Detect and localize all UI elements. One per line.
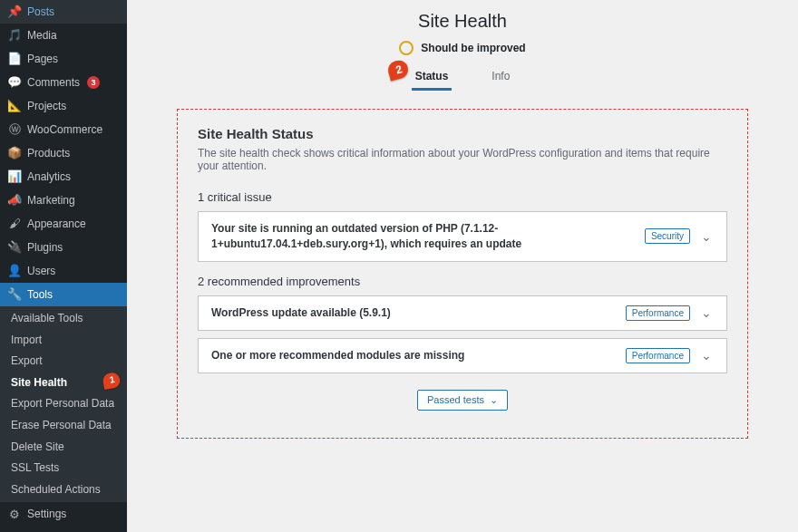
sidebar-label: Comments bbox=[27, 76, 80, 89]
plugins-icon: 🔌 bbox=[7, 240, 22, 255]
sidebar-label: Appearance bbox=[27, 218, 86, 230]
sidebar-label: Users bbox=[27, 265, 55, 277]
submenu-ssl-tests[interactable]: SSL Tests bbox=[0, 458, 127, 479]
media-icon: 🎵 bbox=[7, 28, 22, 43]
sidebar-label: Settings bbox=[27, 508, 66, 520]
submenu-delete-site[interactable]: Delete Site bbox=[0, 437, 127, 459]
sidebar-item-media[interactable]: 🎵 Media bbox=[0, 24, 127, 47]
page-title: Site Health bbox=[127, 0, 798, 37]
pin-icon: 📌 bbox=[7, 5, 22, 19]
comment-icon: 💬 bbox=[7, 75, 22, 90]
sidebar-item-comments[interactable]: 💬 Comments 3 bbox=[0, 71, 127, 94]
sidebar-item-products[interactable]: 📦 Products bbox=[0, 141, 127, 165]
sidebar-item-users[interactable]: 👤 Users bbox=[0, 259, 127, 283]
status-circle-icon bbox=[399, 41, 414, 55]
sidebar-item-woocommerce[interactable]: ⓦ WooCommerce bbox=[0, 118, 127, 141]
sidebar-item-plugins[interactable]: 🔌 Plugins bbox=[0, 236, 127, 259]
sidebar-label: Tools bbox=[27, 288, 53, 301]
users-icon: 👤 bbox=[7, 264, 22, 278]
issue-card-php[interactable]: Your site is running an outdated version… bbox=[198, 211, 727, 262]
submenu-import[interactable]: Import bbox=[0, 330, 127, 352]
issue-card-modules[interactable]: One or more recommended modules are miss… bbox=[198, 338, 727, 373]
critical-issues-title: 1 critical issue bbox=[198, 190, 727, 204]
sidebar-label: Pages bbox=[27, 53, 58, 65]
submenu-available-tools[interactable]: Available Tools bbox=[0, 308, 127, 330]
recommended-issues-title: 2 recommended improvements bbox=[198, 275, 727, 288]
health-tabs: 2 Status Info bbox=[127, 64, 798, 91]
health-status-indicator: Should be improved bbox=[127, 37, 798, 64]
site-health-status-box: Site Health Status The site health check… bbox=[177, 109, 748, 439]
analytics-icon: 📊 bbox=[7, 169, 22, 184]
submenu-erase-personal-data[interactable]: Erase Personal Data bbox=[0, 415, 127, 437]
status-text: Should be improved bbox=[421, 42, 525, 54]
issue-title: WordPress update available (5.9.1) bbox=[211, 305, 617, 321]
status-desc: The site health check shows critical inf… bbox=[198, 147, 727, 172]
marketing-icon: 📣 bbox=[7, 193, 22, 208]
submenu-site-health[interactable]: Site Health 1 bbox=[0, 372, 127, 394]
comments-count-badge: 3 bbox=[87, 76, 100, 89]
tab-info[interactable]: Info bbox=[488, 64, 513, 91]
sidebar-label: WooCommerce bbox=[27, 123, 102, 136]
chevron-down-icon[interactable]: ⌄ bbox=[699, 305, 714, 320]
submenu-export-personal-data[interactable]: Export Personal Data bbox=[0, 393, 127, 415]
sidebar-label: Analytics bbox=[27, 170, 71, 183]
sidebar-item-marketing[interactable]: 📣 Marketing bbox=[0, 189, 127, 212]
sidebar-item-settings[interactable]: ⚙ Settings bbox=[0, 502, 127, 526]
sidebar-item-divi[interactable]: Ⓓ Divi bbox=[0, 526, 127, 532]
issue-card-wp-update[interactable]: WordPress update available (5.9.1) Perfo… bbox=[198, 295, 727, 331]
chevron-down-icon[interactable]: ⌄ bbox=[699, 229, 714, 244]
issue-tag-performance: Performance bbox=[626, 348, 690, 363]
annotation-marker-1: 1 bbox=[102, 372, 121, 390]
sidebar-label: Projects bbox=[27, 100, 66, 112]
passed-tests-label: Passed tests bbox=[427, 394, 484, 405]
products-icon: 📦 bbox=[7, 146, 22, 160]
sidebar-label: Media bbox=[27, 29, 57, 42]
chevron-down-icon[interactable]: ⌄ bbox=[699, 348, 714, 363]
sidebar-item-appearance[interactable]: 🖌 Appearance bbox=[0, 212, 127, 236]
page-icon: 📄 bbox=[7, 52, 22, 66]
status-heading: Site Health Status bbox=[198, 126, 727, 141]
settings-icon: ⚙ bbox=[7, 507, 22, 521]
tools-submenu: Available Tools Import Export Site Healt… bbox=[0, 306, 127, 502]
submenu-label: Site Health bbox=[11, 376, 67, 389]
projects-icon: 📐 bbox=[7, 99, 22, 113]
issue-tag-security: Security bbox=[645, 228, 690, 244]
issue-tag-performance: Performance bbox=[626, 305, 690, 321]
sidebar-label: Posts bbox=[27, 5, 54, 18]
submenu-export[interactable]: Export bbox=[0, 351, 127, 372]
tools-icon: 🔧 bbox=[7, 287, 22, 302]
woocommerce-icon: ⓦ bbox=[7, 122, 22, 137]
admin-sidebar: 📌 Posts 🎵 Media 📄 Pages 💬 Comments 3 📐 P… bbox=[0, 0, 127, 532]
sidebar-item-projects[interactable]: 📐 Projects bbox=[0, 94, 127, 118]
sidebar-item-pages[interactable]: 📄 Pages bbox=[0, 47, 127, 71]
sidebar-label: Plugins bbox=[27, 241, 63, 254]
sidebar-label: Products bbox=[27, 147, 70, 160]
passed-tests-button[interactable]: Passed tests ⌄ bbox=[417, 390, 508, 411]
submenu-scheduled-actions[interactable]: Scheduled Actions bbox=[0, 479, 127, 501]
appearance-icon: 🖌 bbox=[7, 217, 22, 231]
sidebar-item-tools[interactable]: 🔧 Tools bbox=[0, 283, 127, 306]
sidebar-item-analytics[interactable]: 📊 Analytics bbox=[0, 165, 127, 189]
sidebar-label: Marketing bbox=[27, 194, 75, 207]
sidebar-item-posts[interactable]: 📌 Posts bbox=[0, 0, 127, 24]
issue-title: Your site is running an outdated version… bbox=[211, 221, 636, 252]
issue-title: One or more recommended modules are miss… bbox=[211, 348, 617, 363]
tab-status[interactable]: Status bbox=[412, 64, 453, 91]
main-content: Site Health Should be improved 2 Status … bbox=[127, 0, 798, 532]
chevron-down-icon: ⌄ bbox=[490, 394, 498, 406]
